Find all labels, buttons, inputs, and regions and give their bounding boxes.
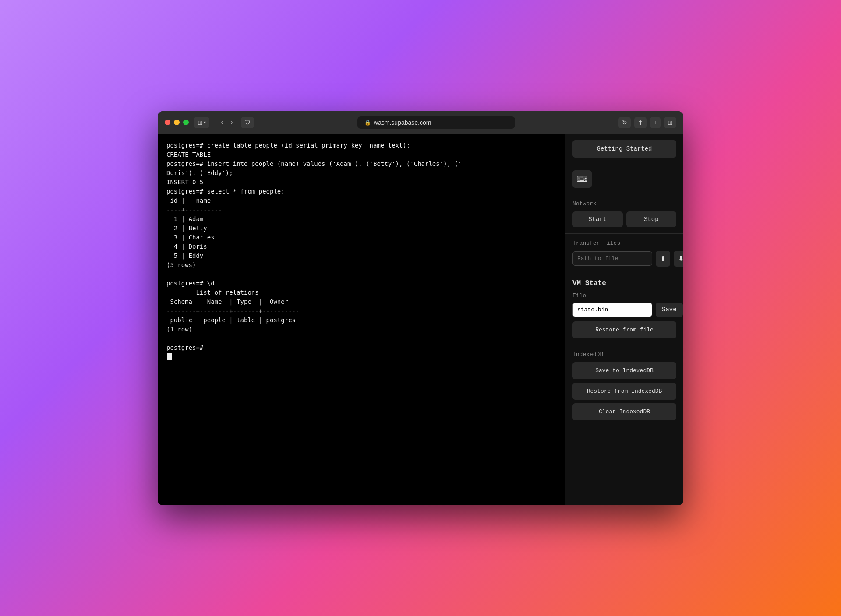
terminal-output: postgres=# create table people (id seria… <box>166 141 556 352</box>
save-button[interactable]: Save <box>656 303 683 317</box>
keyboard-section: ⌨ <box>565 164 683 194</box>
tabs-button[interactable]: ⊞ <box>664 117 676 128</box>
network-btn-row: Start Stop <box>572 211 676 227</box>
close-button[interactable] <box>165 120 170 125</box>
save-row: Save <box>572 303 676 317</box>
browser-content: postgres=# create table people (id seria… <box>158 134 683 505</box>
keyboard-button[interactable]: ⌨ <box>572 170 592 188</box>
traffic-lights <box>165 120 189 125</box>
transfer-files-section: Transfer Files ⬆ ⬇ <box>565 234 683 273</box>
keyboard-icon: ⌨ <box>576 174 588 184</box>
download-icon: ⬇ <box>678 254 683 263</box>
url-bar-container: 🔒 wasm.supabase.com <box>259 116 613 129</box>
clear-indexeddb-button[interactable]: Clear IndexedDB <box>572 403 676 420</box>
sidebar-toggle-button[interactable]: ⊞ ▾ <box>194 117 209 128</box>
maximize-button[interactable] <box>183 120 189 125</box>
download-button[interactable]: ⬇ <box>674 251 683 267</box>
reload-button[interactable]: ↻ <box>618 117 631 128</box>
cursor <box>167 353 172 360</box>
transfer-files-label: Transfer Files <box>572 240 676 246</box>
terminal[interactable]: postgres=# create table people (id seria… <box>158 134 565 505</box>
upload-icon: ⬆ <box>660 254 666 263</box>
restore-from-indexeddb-button[interactable]: Restore from IndexedDB <box>572 383 676 400</box>
nav-buttons: ‹ › <box>218 117 236 128</box>
titlebar: ⊞ ▾ ‹ › 🛡 🔒 wasm.supabase.com ↻ ⬆ + ⊞ <box>158 111 683 134</box>
network-label: Network <box>572 201 676 207</box>
shield-button[interactable]: 🛡 <box>241 117 254 128</box>
save-to-indexeddb-button[interactable]: Save to IndexedDB <box>572 362 676 379</box>
state-file-input[interactable] <box>572 303 652 317</box>
lock-icon: 🔒 <box>364 120 371 126</box>
back-button[interactable]: ‹ <box>218 117 226 128</box>
getting-started-section: Getting Started <box>565 134 683 164</box>
indexeddb-label: IndexedDB <box>572 351 676 358</box>
browser-window: ⊞ ▾ ‹ › 🛡 🔒 wasm.supabase.com ↻ ⬆ + ⊞ po… <box>158 111 683 505</box>
share-button[interactable]: ⬆ <box>634 117 647 128</box>
network-section: Network Start Stop <box>565 194 683 234</box>
getting-started-button[interactable]: Getting Started <box>572 140 676 158</box>
url-text: wasm.supabase.com <box>374 119 431 126</box>
sidebar: Getting Started ⌨ Network Start Stop Tra… <box>565 134 683 505</box>
path-to-file-input[interactable] <box>572 251 652 266</box>
upload-button[interactable]: ⬆ <box>656 251 670 267</box>
file-input-row: ⬆ ⬇ <box>572 251 676 267</box>
new-tab-button[interactable]: + <box>650 117 661 128</box>
toolbar-actions: ↻ ⬆ + ⊞ <box>618 117 676 128</box>
file-section-label: File <box>572 292 676 299</box>
start-button[interactable]: Start <box>572 211 623 227</box>
vm-state-section: VM State File Save Restore from file <box>565 273 683 345</box>
indexeddb-section: IndexedDB Save to IndexedDB Restore from… <box>565 345 683 426</box>
vm-state-title: VM State <box>572 279 676 287</box>
minimize-button[interactable] <box>174 120 180 125</box>
stop-button[interactable]: Stop <box>626 211 677 227</box>
restore-from-file-button[interactable]: Restore from file <box>572 321 676 338</box>
url-bar[interactable]: 🔒 wasm.supabase.com <box>357 116 515 129</box>
chevron-icon: ▾ <box>204 120 206 125</box>
sidebar-icon: ⊞ <box>198 119 203 126</box>
forward-button[interactable]: › <box>228 117 236 128</box>
shield-icon: 🛡 <box>244 119 251 126</box>
